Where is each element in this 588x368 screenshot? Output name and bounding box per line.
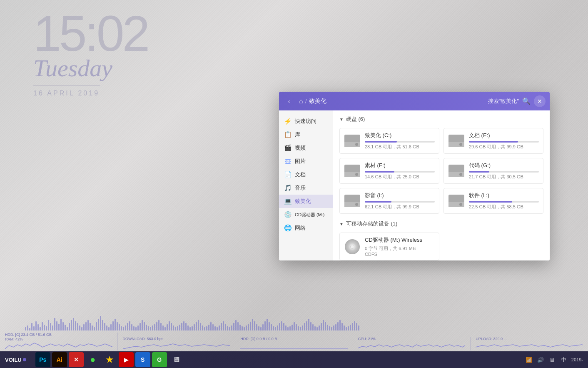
taskbar-app-monitor[interactable]: 🖥 bbox=[169, 352, 184, 367]
wave-bar bbox=[123, 327, 124, 330]
systray-lang: 中 bbox=[560, 356, 568, 363]
wave-bar bbox=[175, 327, 176, 330]
wave-bar bbox=[237, 322, 239, 330]
sidebar-item-quick-access[interactable]: ⚡ 快速访问 bbox=[279, 115, 333, 128]
wave-bar bbox=[229, 327, 230, 330]
wave-bar bbox=[246, 325, 247, 330]
drive-name-c: 致美化 (C:) bbox=[365, 132, 435, 139]
wave-bar bbox=[208, 325, 209, 330]
wave-bar bbox=[294, 322, 295, 330]
wave-bar bbox=[239, 325, 241, 330]
breadcrumb-current: 致美化 bbox=[309, 98, 326, 105]
stats-download-graph bbox=[123, 341, 230, 349]
stats-download-label: DOWNLOAD: 563.0 bps bbox=[123, 337, 230, 341]
back-button[interactable]: ‹ bbox=[283, 95, 295, 107]
sidebar-item-zhimeihua[interactable]: 💻 致美化 bbox=[279, 195, 333, 208]
wave-bar bbox=[79, 325, 80, 330]
file-manager-sidebar: ⚡ 快速访问 📋 库 🎬 视频 🖼 图片 📄 文档 🎵 音乐 bbox=[279, 110, 333, 260]
cd-drive-info: CD驱动器 (M:) Wireless 0 字节 可用，共 6.91 MB CD… bbox=[365, 236, 435, 257]
clock-divider bbox=[33, 85, 100, 86]
drive-item-e[interactable]: 文档 (E:) 29.6 GB 可用，共 99.9 GB bbox=[443, 128, 543, 154]
wave-bar bbox=[110, 324, 112, 330]
wave-bar bbox=[158, 320, 159, 330]
wave-bar bbox=[42, 322, 43, 330]
wave-bar bbox=[310, 322, 311, 330]
wave-bar bbox=[348, 326, 349, 330]
wave-bar bbox=[354, 321, 355, 330]
document-icon: 📄 bbox=[284, 171, 292, 178]
drive-item-f[interactable]: 素材 (F:) 14.6 GB 可用，共 25.0 GB bbox=[339, 158, 439, 184]
wave-bar bbox=[179, 325, 180, 330]
drive-bar-bg-g bbox=[469, 171, 539, 173]
stats-hdd2-label: HDD: [D] 0.0 B / 0.0 B bbox=[240, 337, 348, 341]
sidebar-item-picture[interactable]: 🖼 图片 bbox=[279, 155, 333, 168]
taskbar-app-star[interactable]: ★ bbox=[102, 352, 117, 367]
drive-item-l[interactable]: 软件 (L:) 22.5 GB 可用，共 58.5 GB bbox=[443, 188, 543, 214]
taskbar-apps-area: Ps Ai ✕ ● ★ ▶ S G 🖥 bbox=[31, 352, 188, 367]
drive-item-i[interactable]: 影音 (I:) 62.1 GB 可用，共 99.9 GB bbox=[339, 188, 439, 214]
systray-network-icon[interactable]: 📶 bbox=[525, 355, 533, 364]
brand-logo[interactable]: VOILU bbox=[5, 357, 26, 363]
drive-bar-bg-i bbox=[365, 201, 435, 203]
wave-bar bbox=[115, 319, 116, 330]
wave-bar bbox=[77, 323, 78, 330]
wave-bar bbox=[121, 326, 122, 330]
stats-hdd2: HDD: [D] 0.0 B / 0.0 B bbox=[235, 337, 353, 350]
wave-bar bbox=[185, 323, 187, 330]
wave-bar bbox=[289, 326, 291, 330]
wave-bar bbox=[269, 322, 270, 330]
sidebar-item-video[interactable]: 🎬 视频 bbox=[279, 141, 333, 155]
wave-bar bbox=[333, 325, 334, 330]
wave-bar bbox=[323, 320, 324, 330]
wave-bar bbox=[283, 323, 284, 330]
close-button[interactable]: ✕ bbox=[534, 95, 546, 107]
drive-bar-bg-l bbox=[469, 201, 539, 203]
wave-bar bbox=[177, 326, 178, 330]
sidebar-item-document[interactable]: 📄 文档 bbox=[279, 168, 333, 181]
taskbar-app-close[interactable]: ✕ bbox=[69, 352, 84, 367]
wave-bar bbox=[96, 322, 97, 330]
search-icon[interactable]: 🔍 bbox=[522, 97, 531, 105]
wave-bar bbox=[135, 327, 137, 330]
removable-item-cdrom[interactable]: CD驱动器 (M:) Wireless 0 字节 可用，共 6.91 MB CD… bbox=[339, 233, 439, 260]
wave-bar bbox=[129, 321, 130, 330]
clock-date: 16 APRIL 2019 bbox=[33, 90, 148, 97]
sidebar-item-cdrom[interactable]: 💿 CD驱动器 (M:) bbox=[279, 208, 333, 221]
wave-bar bbox=[173, 325, 174, 330]
stats-upload: UPLOAD: 329.0 ... bbox=[471, 337, 588, 350]
taskbar-app-g[interactable]: G bbox=[152, 352, 167, 367]
drive-item-g[interactable]: 代码 (G:) 21.7 GB 可用，共 30.5 GB bbox=[443, 158, 543, 184]
wave-bar bbox=[212, 324, 214, 330]
sidebar-label-quick-access: 快速访问 bbox=[295, 118, 316, 125]
taskbar-app-ps[interactable]: Ps bbox=[35, 352, 50, 367]
wave-bar bbox=[344, 325, 345, 330]
wave-bar bbox=[312, 324, 314, 330]
wave-bar bbox=[108, 327, 110, 330]
wave-bar bbox=[112, 321, 114, 330]
sidebar-item-library[interactable]: 📋 库 bbox=[279, 128, 333, 141]
taskbar-app-youtube[interactable]: ▶ bbox=[119, 352, 134, 367]
wave-bar bbox=[119, 324, 120, 330]
sidebar-label-music: 音乐 bbox=[295, 184, 306, 192]
stats-hdd1-sub: RAM: 42% bbox=[5, 337, 112, 341]
systray-display-icon[interactable]: 🖥 bbox=[548, 355, 556, 364]
taskbar-app-ai[interactable]: Ai bbox=[52, 352, 67, 367]
file-manager-content: ▼ 硬盘 (6) 致美化 (C:) bbox=[333, 110, 550, 260]
quick-access-icon: ⚡ bbox=[284, 118, 292, 125]
drive-info-f: 素材 (F:) 14.6 GB 可用，共 25.0 GB bbox=[365, 162, 435, 180]
file-manager-titlebar: ‹ ⌂ / 致美化 搜索"致美化" 🔍 ✕ bbox=[279, 92, 550, 110]
wave-bar bbox=[252, 319, 253, 330]
breadcrumb-home-icon: ⌂ bbox=[299, 98, 303, 105]
wave-bar bbox=[144, 322, 145, 330]
drive-icon-f bbox=[344, 164, 361, 178]
sidebar-item-network[interactable]: 🌐 网络 bbox=[279, 221, 333, 235]
search-area: 搜索"致美化" 🔍 bbox=[488, 97, 531, 105]
sidebar-label-picture: 图片 bbox=[295, 158, 306, 165]
wave-bar bbox=[206, 326, 207, 330]
wave-bar bbox=[140, 323, 141, 330]
sidebar-item-music[interactable]: 🎵 音乐 bbox=[279, 181, 333, 195]
taskbar-app-s[interactable]: S bbox=[135, 352, 150, 367]
systray-volume-icon[interactable]: 🔊 bbox=[536, 355, 545, 364]
taskbar-app-green[interactable]: ● bbox=[85, 352, 100, 367]
drive-item-c[interactable]: 致美化 (C:) 28.1 GB 可用，共 51.6 GB bbox=[339, 128, 439, 154]
